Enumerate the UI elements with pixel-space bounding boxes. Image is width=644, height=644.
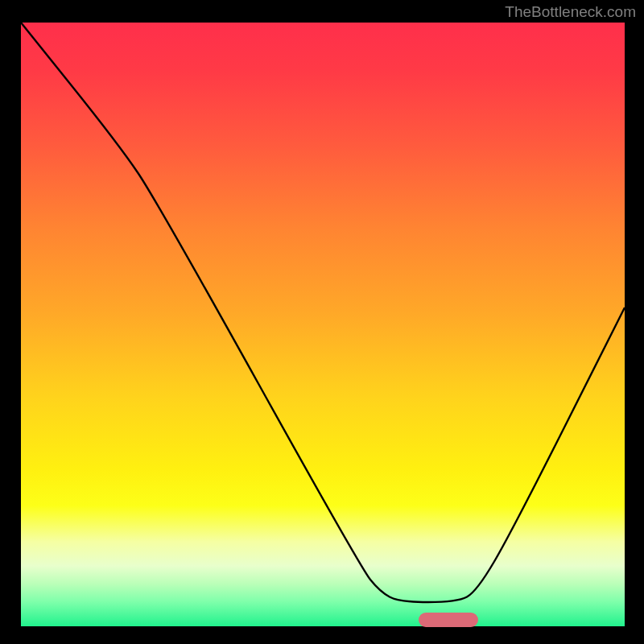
optimal-zone-marker xyxy=(419,613,478,627)
bottleneck-curve xyxy=(21,23,625,626)
watermark-text: TheBottleneck.com xyxy=(505,3,636,21)
